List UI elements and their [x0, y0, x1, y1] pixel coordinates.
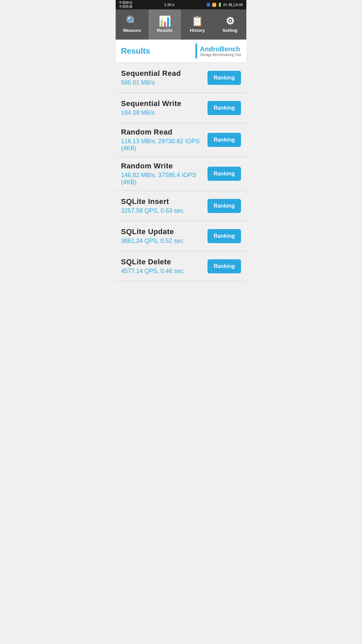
result-row-rand-read: Random Read116.13 MB/s, 29730.82 IOPS (4… [116, 123, 246, 157]
settings-icon: ⚙ [226, 16, 235, 26]
result-row-rand-write: Random Write146.82 MB/s, 37586.4 IOPS (4… [116, 157, 246, 191]
result-list: Sequential Read586.01 MB/sRankingSequent… [116, 63, 246, 281]
brand-name2: Bench [220, 45, 240, 53]
brand-bar-accent [195, 44, 197, 58]
brand-name: AndroBench [200, 45, 241, 53]
result-value-sqlite-update: 3861.24 QPS, 0.52 sec [121, 237, 207, 245]
ranking-button-sqlite-update[interactable]: Ranking [207, 229, 241, 243]
result-value-sqlite-delete: 4577.14 QPS, 0.46 sec [121, 268, 207, 275]
chart-icon: 📊 [159, 16, 171, 26]
carrier1: 中国移动 [119, 1, 132, 5]
ranking-button-rand-write[interactable]: Ranking [207, 167, 241, 181]
status-bar: 中国移动 中国联通 3.3K/s 🔵 📶 🔋 81 晚上8:06 [116, 0, 246, 9]
result-label-sqlite-update: SQLite Update [121, 227, 207, 236]
ranking-button-seq-read[interactable]: Ranking [207, 71, 241, 85]
ranking-button-sqlite-delete[interactable]: Ranking [207, 259, 241, 273]
wifi-icon: 📶 [212, 3, 217, 7]
page-header: Results AndroBench Storage Benchmarking … [116, 40, 246, 63]
time-display: 晚上8:06 [229, 2, 243, 7]
tab-measure-label: Measure [123, 28, 141, 33]
result-value-sqlite-insert: 3257.58 QPS, 0.63 sec [121, 207, 207, 214]
result-info-sqlite-delete: SQLite Delete4577.14 QPS, 0.46 sec [121, 258, 207, 275]
bluetooth-icon: 🔵 [206, 3, 211, 7]
result-label-rand-read: Random Read [121, 128, 207, 137]
ranking-button-rand-read[interactable]: Ranking [207, 133, 241, 147]
tab-measure[interactable]: 🔍 Measure [116, 9, 148, 40]
result-row-seq-write: Sequential Write184.09 MB/sRanking [116, 93, 246, 123]
tab-setting[interactable]: ⚙ Setting [214, 9, 247, 40]
result-label-sqlite-delete: SQLite Delete [121, 258, 207, 266]
tab-history-label: History [190, 28, 205, 33]
brand-name1: Andro [200, 45, 220, 53]
result-label-sqlite-insert: SQLite Insert [121, 197, 207, 206]
ranking-button-sqlite-insert[interactable]: Ranking [207, 199, 241, 213]
result-row-sqlite-update: SQLite Update3861.24 QPS, 0.52 secRankin… [116, 221, 246, 251]
result-info-sqlite-insert: SQLite Insert3257.58 QPS, 0.63 sec [121, 197, 207, 214]
tab-setting-label: Setting [223, 28, 237, 33]
result-row-sqlite-insert: SQLite Insert3257.58 QPS, 0.63 secRankin… [116, 191, 246, 221]
ranking-button-seq-write[interactable]: Ranking [207, 101, 241, 115]
result-value-rand-read: 116.13 MB/s, 29730.82 IOPS (4KB) [121, 138, 207, 152]
history-icon: 📋 [191, 16, 203, 26]
carrier-info: 中国移动 中国联通 [119, 1, 132, 9]
result-value-rand-write: 146.82 MB/s, 37586.4 IOPS (4KB) [121, 172, 207, 186]
brand-logo: AndroBench Storage Benchmarking Tool [195, 44, 241, 58]
result-row-seq-read: Sequential Read586.01 MB/sRanking [116, 63, 246, 93]
tab-bar: 🔍 Measure 📊 Results 📋 History ⚙ Setting [116, 9, 246, 40]
result-info-rand-read: Random Read116.13 MB/s, 29730.82 IOPS (4… [121, 128, 207, 152]
brand-text: AndroBench Storage Benchmarking Tool [200, 45, 241, 57]
result-info-sqlite-update: SQLite Update3861.24 QPS, 0.52 sec [121, 227, 207, 245]
network-speed: 3.3K/s [164, 3, 175, 7]
result-row-sqlite-delete: SQLite Delete4577.14 QPS, 0.46 secRankin… [116, 251, 246, 281]
status-right: 🔵 📶 🔋 81 晚上8:06 [206, 2, 243, 7]
result-label-rand-write: Random Write [121, 162, 207, 170]
result-label-seq-read: Sequential Read [121, 69, 207, 78]
battery-level: 81 [223, 3, 227, 7]
result-label-seq-write: Sequential Write [121, 99, 207, 108]
tab-history[interactable]: 📋 History [181, 9, 214, 40]
result-value-seq-write: 184.09 MB/s [121, 109, 207, 116]
brand-sub: Storage Benchmarking Tool [200, 53, 241, 57]
page-title: Results [121, 46, 150, 56]
result-info-seq-write: Sequential Write184.09 MB/s [121, 99, 207, 116]
carrier2: 中国联通 [119, 5, 132, 9]
result-info-seq-read: Sequential Read586.01 MB/s [121, 69, 207, 86]
result-value-seq-read: 586.01 MB/s [121, 79, 207, 86]
tab-results-label: Results [157, 28, 173, 33]
tab-results[interactable]: 📊 Results [148, 9, 181, 40]
battery-icon: 🔋 [218, 3, 222, 7]
result-info-rand-write: Random Write146.82 MB/s, 37586.4 IOPS (4… [121, 162, 207, 186]
search-icon: 🔍 [126, 16, 138, 26]
